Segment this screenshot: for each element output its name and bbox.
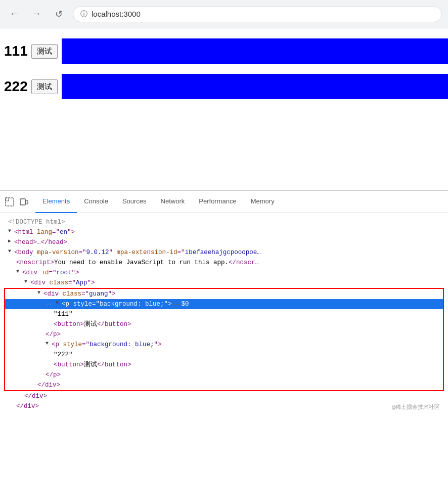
inspect-icon[interactable] <box>4 196 15 207</box>
back-button[interactable]: ← <box>6 6 22 22</box>
p1-text-line: "111" <box>5 309 443 319</box>
tab-elements[interactable]: Elements <box>35 191 77 213</box>
page-content: 111 测试 222 测试 <box>0 28 448 190</box>
watermark: @稀土掘金技术社区 <box>388 401 444 414</box>
number-111: 111 <box>4 43 29 59</box>
doctype-text: <!DOCTYPE html> <box>8 217 65 227</box>
tab-performance[interactable]: Performance <box>192 191 243 213</box>
blue-bar-2 <box>62 74 448 99</box>
tab-network[interactable]: Network <box>154 191 192 213</box>
tab-console[interactable]: Console <box>77 191 115 213</box>
test-button-2[interactable]: 测试 <box>31 79 58 94</box>
ellipsis-indicator: ... <box>46 299 56 308</box>
div-guang-line: <div class="guang"> <box>5 289 443 299</box>
devtools-toolbar: Elements Console Sources Network Perform… <box>0 191 448 213</box>
body-line: <body mpa-version="9.0.12" mpa-extension… <box>0 247 448 258</box>
html-open-line: <html lang="en"> <box>0 227 448 237</box>
p2-text-line: "222" <box>5 350 443 360</box>
svg-rect-1 <box>6 198 14 206</box>
red-outline-box: <div class="guang"> ... <p style="backgr… <box>4 288 444 391</box>
p1-triangle[interactable] <box>56 299 62 307</box>
div-root-close-line: </div> <box>0 391 448 401</box>
svg-rect-3 <box>26 200 28 204</box>
div-app-triangle[interactable] <box>24 278 30 286</box>
html-tag: <html <box>14 227 37 237</box>
toolbar-icons <box>4 196 29 207</box>
blue-bar-1 <box>62 38 448 64</box>
doctype-line: <!DOCTYPE html> <box>0 217 448 227</box>
tab-sources[interactable]: Sources <box>115 191 154 213</box>
browser-chrome: ← → ↺ ⓘ localhost:3000 <box>0 0 448 28</box>
head-triangle[interactable] <box>8 237 14 245</box>
test-button-1[interactable]: 测试 <box>31 44 58 59</box>
forward-button[interactable]: → <box>28 6 44 22</box>
div-app-line: <div class="App"> <box>0 278 448 288</box>
device-toolbar-icon[interactable] <box>18 196 29 207</box>
p2-triangle[interactable] <box>46 340 52 348</box>
p1-button-line: <button>测试</button> <box>5 319 443 329</box>
address-bar[interactable]: ⓘ localhost:3000 <box>73 6 442 22</box>
head-line: <head>…</head> <box>0 237 448 247</box>
devtools-panel: Elements Console Sources Network Perform… <box>0 190 448 419</box>
div-app-close-line: </div> @稀土掘金技术社区 <box>0 401 448 414</box>
p1-open-line[interactable]: ... <p style="background: blue;"> == $0 <box>5 299 443 309</box>
noscript-line: <noscript>You need to enable JavaScript … <box>0 258 448 268</box>
p1-close-line: </p> <box>5 329 443 340</box>
div-guang-triangle[interactable] <box>37 289 43 297</box>
svg-rect-2 <box>20 199 25 205</box>
div-root-line: <div id="root"> <box>0 268 448 278</box>
elements-panel: <!DOCTYPE html> <html lang="en"> <head>…… <box>0 213 448 419</box>
div-root-triangle[interactable] <box>16 268 22 276</box>
div-guang-close-line: </div> <box>5 380 443 390</box>
number-222: 222 <box>4 78 29 95</box>
page-row-1: 111 测试 <box>0 38 448 64</box>
p2-open-line: <p style="background: blue;"> <box>5 340 443 350</box>
p2-close-line: </p> <box>5 370 443 380</box>
body-triangle[interactable] <box>8 247 14 256</box>
url-text: localhost:3000 <box>92 10 141 18</box>
reload-button[interactable]: ↺ <box>51 6 67 22</box>
page-row-2: 222 测试 <box>0 74 448 99</box>
info-icon: ⓘ <box>80 10 87 19</box>
p2-button-line: <button>测试</button> <box>5 360 443 370</box>
tab-memory[interactable]: Memory <box>244 191 282 213</box>
svg-rect-0 <box>6 198 9 201</box>
html-triangle[interactable] <box>8 227 14 235</box>
